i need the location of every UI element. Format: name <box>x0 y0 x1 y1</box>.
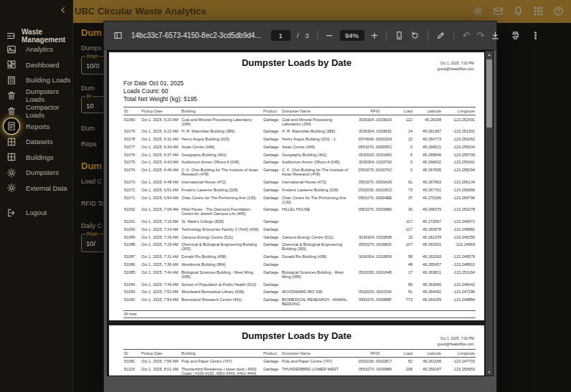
cell <box>353 226 397 234</box>
cell: 0574540..00002D6 <box>353 135 397 143</box>
pdf-sidebar-toggle-icon[interactable] <box>113 31 123 40</box>
cell: -123.247296 <box>442 288 476 296</box>
page-number-input[interactable]: 1 <box>271 30 291 41</box>
cell: Henry Angus Building (023) <box>181 135 263 143</box>
zoom-in-button[interactable]: + <box>371 31 379 40</box>
cell: 117 <box>397 218 413 226</box>
cell: 51078 <box>123 135 141 143</box>
cell: Garbage <box>263 135 281 143</box>
rotate-icon[interactable] <box>410 31 420 40</box>
table-row: 51083Oct 1, 2025, 7:52 AMWoodward Biomed… <box>123 288 476 296</box>
cell: 0553270..000070C <box>353 166 397 178</box>
cell: 0532030..0001648 <box>353 268 397 280</box>
cell: Donald Rix Building (458) <box>181 253 263 261</box>
sidebar-item-compactor-loads[interactable]: Compactor Loads <box>0 103 72 119</box>
settings-icon[interactable] <box>473 6 483 16</box>
apps-icon[interactable] <box>533 6 544 16</box>
sidebar-item-building-loads[interactable]: Building Loads <box>0 72 72 88</box>
cell: 0532030..00018C0 <box>353 186 397 193</box>
scroll-up-arrow[interactable]: ▲ <box>486 51 493 58</box>
cell: 49.263966 <box>413 280 442 288</box>
sidebar-item-datasets[interactable]: Datasets <box>0 134 72 150</box>
cell: 17 <box>397 268 413 280</box>
app-header: UBC Circular Waste Analytics <box>0 0 571 23</box>
cell: -123.256134 <box>442 178 476 186</box>
notifications-icon[interactable] <box>513 6 524 16</box>
gear-icon <box>6 168 16 178</box>
collapse-sidebar-icon[interactable] <box>58 5 68 15</box>
cell: Chan Centre for The Performing Arts (130… <box>181 193 263 206</box>
scroll-down-arrow[interactable]: ▼ <box>486 368 493 376</box>
sidebar-item-external-data[interactable]: External Data <box>0 181 72 196</box>
print-icon[interactable] <box>511 31 520 40</box>
cell: 49.266632 <box>413 158 442 166</box>
cell: 51076 <box>123 150 141 158</box>
undo-button[interactable]: ↶ <box>462 31 470 40</box>
cell <box>281 261 353 269</box>
cell: 51103 <box>123 365 141 376</box>
zoom-out-button[interactable]: − <box>326 31 334 40</box>
cell: 773 <box>397 296 413 308</box>
scroll-thumb[interactable] <box>486 59 492 128</box>
toolbar-divider <box>317 30 318 41</box>
column-header: Longitude <box>442 107 476 115</box>
annotate-icon[interactable] <box>436 31 445 40</box>
sidebar-item-buildings[interactable]: Buildings <box>0 150 72 166</box>
cell: 30 <box>397 206 413 218</box>
cell: Garbage <box>263 178 281 186</box>
cell: International House (472) <box>181 178 263 186</box>
mail-icon[interactable] <box>493 6 504 16</box>
sidebar-item-logout[interactable]: Logout <box>0 205 72 221</box>
more-options-icon[interactable] <box>531 31 540 40</box>
cell: Coal and Mineral Processing Laboratory (… <box>181 115 263 128</box>
sidebar-item-dumpsters[interactable]: Dumpsters <box>0 165 72 181</box>
sidebar-item-dumpsters-loads[interactable]: Dumpsters Loads <box>0 88 72 104</box>
pdf-scrollbar[interactable]: ▲ ▼ <box>486 51 493 376</box>
fit-page-icon[interactable] <box>395 31 404 40</box>
toolbar-divider <box>428 30 428 41</box>
report-title: Dumpster Loads by Date <box>109 52 484 68</box>
cell: -123.252431 <box>442 115 476 128</box>
menu-icon[interactable] <box>6 31 16 41</box>
column-header: Dumpster Name <box>281 350 353 358</box>
cell: Donald Rix Building (458) <box>281 253 353 261</box>
background-label-3: Dum <box>81 125 95 132</box>
cell: 51089 <box>123 233 141 241</box>
cell: Oct 1, 2025, 7:06 AM <box>141 206 181 218</box>
app-root: UBC Circular Waste Analytics Waste Manag… <box>0 0 571 392</box>
page-separator: / <box>297 32 299 39</box>
redo-button[interactable]: ↷ <box>476 31 484 40</box>
column-header: Product <box>263 107 281 115</box>
cell: 0532030..0001663 <box>353 150 397 158</box>
cell: 3030304..0333839 <box>353 253 397 261</box>
date-from-field-2[interactable]: Fr 10 <box>81 96 105 113</box>
table-row: 51086Oct 1, 2025, 7:36 AMWestbrook Build… <box>123 261 476 269</box>
cell: 58 <box>397 253 413 261</box>
cell: Henry Angus Building (023) - 1 <box>281 135 353 143</box>
cell: 49.26158 <box>413 115 442 128</box>
page-gap <box>109 320 484 325</box>
cell: 0553270..0009825 <box>353 241 397 253</box>
zoom-level[interactable]: 94% <box>340 30 364 41</box>
table-row: 51091Oct 1, 2025, 7:15 AMSt. Mark's Coll… <box>123 218 476 226</box>
sidebar-item-dashboard[interactable]: Dashboard <box>0 57 72 73</box>
cell: Garbage <box>263 115 281 128</box>
cell: 49.267963 <box>413 178 442 186</box>
dashboard-icon <box>6 59 16 70</box>
column-header: Load <box>397 107 413 115</box>
cell: C. K. Choi Building for The Institute of… <box>181 166 263 178</box>
sidebar-item-analytics[interactable]: Analytics <box>0 42 72 57</box>
cell: 49.262093 <box>413 253 442 261</box>
sidebar-item-reports[interactable]: Reports <box>0 119 72 135</box>
report-generated: Oct 1, 2025, 7:00 PM guest@headoffice.co… <box>438 60 474 72</box>
help-icon[interactable] <box>553 6 564 16</box>
table-row: 51071Oct 1, 2025, 6:54 AMChan Centre for… <box>123 193 476 206</box>
cell: -123.24669 <box>442 241 476 253</box>
report-generated-at: Oct 1, 2025, 7:00 PM <box>438 335 474 341</box>
download-icon[interactable] <box>491 31 500 40</box>
cell: Oct 1, 2025, 6:20 AM <box>141 115 181 128</box>
app-title: UBC Circular Waste Analytics <box>75 6 206 16</box>
sidebar-item-label: Compactor Loads <box>26 103 72 119</box>
cell: St. Mark's College (828) <box>181 218 263 226</box>
cell: -123.258294 <box>442 166 476 178</box>
